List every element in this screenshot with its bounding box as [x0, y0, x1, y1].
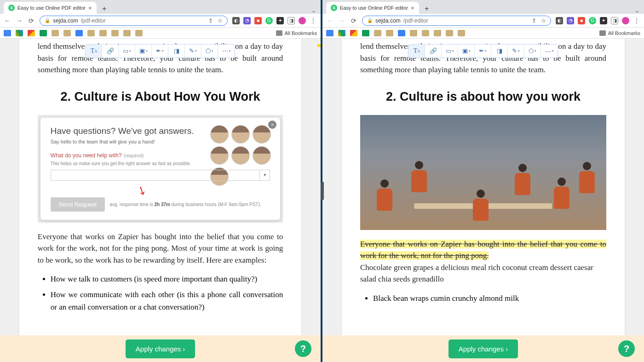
- chevron-down-icon[interactable]: ▼: [259, 170, 270, 180]
- ext-icon[interactable]: ◐: [556, 17, 563, 24]
- bullet-list[interactable]: Black bean wraps cumin crunchy almond mi…: [373, 293, 606, 305]
- ext-icon[interactable]: ◔: [567, 17, 574, 24]
- hero-image[interactable]: [360, 115, 606, 230]
- section-heading[interactable]: 2. Culture is about how you work: [360, 90, 606, 104]
- bookmark-folder-icon[interactable]: [63, 30, 71, 36]
- back-icon[interactable]: ←: [326, 17, 334, 24]
- more-tool-button[interactable]: ⋯▾: [218, 45, 235, 57]
- ext-icon[interactable]: ◐: [232, 17, 240, 24]
- reload-icon[interactable]: ⟳: [28, 17, 35, 24]
- share-icon[interactable]: ⇪: [532, 17, 536, 24]
- bookmark-folder-icon[interactable]: [446, 30, 453, 36]
- help-fab-button[interactable]: ?: [295, 340, 311, 357]
- highlighted-strikethrough[interactable]: Everyone that works on Zapier has bought…: [360, 240, 606, 260]
- forward-icon[interactable]: →: [338, 17, 345, 24]
- whiteout-tool-button[interactable]: ◨: [168, 45, 185, 57]
- apply-changes-button[interactable]: Apply changes ›: [448, 339, 518, 358]
- sidepanel-icon[interactable]: ◨: [288, 17, 295, 24]
- annotate-tool-button[interactable]: ✎▾: [185, 45, 201, 57]
- bookmark-icon[interactable]: [350, 30, 357, 36]
- bookmark-icon[interactable]: [40, 30, 47, 36]
- ellipsis-tool-button[interactable]: —▾: [541, 45, 558, 57]
- list-item[interactable]: How we communicate with each other (is t…: [51, 289, 283, 313]
- omnibox[interactable]: 🔒 sejda.com/pdf-editor ⇪ ☆: [40, 16, 228, 26]
- pane-divider-handle[interactable]: [321, 182, 324, 200]
- browser-tab[interactable]: S Easy to use Online PDF editor ×: [326, 2, 419, 14]
- bullet-list[interactable]: How we talk to customers (is speed more …: [51, 273, 283, 313]
- bookmark-icon[interactable]: [398, 30, 405, 36]
- shape-tool-button[interactable]: ⬠▾: [524, 45, 541, 57]
- kebab-menu-icon[interactable]: ⋮: [310, 17, 317, 24]
- sign-tool-button[interactable]: ✒▾: [152, 45, 168, 57]
- pdf-page[interactable]: TA 🔗 ▭▾ ▣▾ ✒▾ ◨ ✎▾ ⬠▾ ⋯▾ lend themselves…: [19, 39, 301, 335]
- form-tool-button[interactable]: ▭▾: [119, 45, 135, 57]
- kebab-menu-icon[interactable]: ⋮: [633, 17, 640, 24]
- bookmark-folder-icon[interactable]: [458, 30, 465, 36]
- bookmark-icon[interactable]: [338, 30, 345, 36]
- bookmark-folder-icon[interactable]: [410, 30, 417, 36]
- ext-icon[interactable]: G: [589, 17, 596, 24]
- bookmark-folder-icon[interactable]: [52, 30, 59, 36]
- bookmark-folder-icon[interactable]: [123, 30, 131, 36]
- annotate-tool-button[interactable]: ✎▾: [508, 45, 524, 57]
- bookmark-folder-icon[interactable]: [99, 30, 107, 36]
- forward-icon[interactable]: →: [16, 17, 23, 24]
- tabs-overflow-icon[interactable]: ⌄: [311, 7, 316, 14]
- bookmark-folder-icon[interactable]: [374, 30, 381, 36]
- list-item[interactable]: How we talk to customers (is speed more …: [51, 273, 283, 285]
- reload-icon[interactable]: ⟳: [350, 17, 357, 24]
- bookmark-folder-icon[interactable]: [386, 30, 393, 36]
- tabs-overflow-icon[interactable]: ⌄: [635, 7, 639, 14]
- shape-tool-button[interactable]: ⬠▾: [201, 45, 218, 57]
- back-icon[interactable]: ←: [4, 17, 11, 24]
- bookmark-icon[interactable]: [362, 30, 369, 36]
- close-icon[interactable]: ×: [411, 5, 414, 11]
- help-fab-button[interactable]: ?: [618, 340, 635, 357]
- form-tool-button[interactable]: ▭▾: [442, 45, 458, 57]
- bookmark-folder-icon[interactable]: [111, 30, 119, 36]
- paragraph-inserted[interactable]: Chocolate green grapes a delicious meal …: [360, 262, 606, 285]
- sidepanel-icon[interactable]: ◨: [611, 17, 618, 24]
- paragraph-edited[interactable]: Everyone that works on Zapier has bought…: [360, 238, 606, 262]
- text-tool-button[interactable]: TA: [86, 45, 102, 57]
- omnibox[interactable]: 🔒 sejda.com/pdf-editor ⇪ ☆: [362, 16, 551, 26]
- sign-tool-button[interactable]: ✒▾: [475, 45, 491, 57]
- profile-avatar-icon[interactable]: [622, 17, 629, 24]
- ext-icon[interactable]: ■: [578, 17, 585, 24]
- star-icon[interactable]: ☆: [541, 17, 546, 24]
- whiteout-tool-button[interactable]: ◨: [491, 45, 508, 57]
- bookmark-icon[interactable]: [75, 30, 83, 36]
- bookmark-icon[interactable]: [16, 30, 23, 36]
- section-heading[interactable]: 2. Culture is About How You Work: [38, 90, 283, 104]
- list-item[interactable]: Black bean wraps cumin crunchy almond mi…: [373, 293, 606, 305]
- bookmark-folder-icon[interactable]: [422, 30, 429, 36]
- extensions-icon[interactable]: ✦: [276, 17, 284, 24]
- help-topic-dropdown[interactable]: ▼: [51, 170, 270, 181]
- bookmark-folder-icon[interactable]: [87, 30, 95, 36]
- ext-icon[interactable]: ◔: [243, 17, 251, 24]
- link-tool-button[interactable]: 🔗: [425, 45, 442, 57]
- bookmark-icon[interactable]: [28, 30, 35, 36]
- send-request-button[interactable]: Send Request: [51, 197, 105, 212]
- image-tool-button[interactable]: ▣▾: [135, 45, 152, 57]
- new-tab-button[interactable]: +: [99, 4, 109, 14]
- share-icon[interactable]: ⇪: [208, 17, 213, 24]
- bookmark-icon[interactable]: [4, 30, 11, 36]
- ext-icon[interactable]: ■: [254, 17, 262, 24]
- profile-avatar-icon[interactable]: [299, 17, 306, 24]
- all-bookmarks-button[interactable]: All Bookmarks: [599, 30, 640, 36]
- paragraph[interactable]: Everyone that works on Zapier has bought…: [38, 231, 283, 266]
- pdf-page[interactable]: TA 🔗 ▭▾ ▣▾ ✒▾ ◨ ✎▾ ⬠▾ —▾ lend themselves…: [342, 39, 625, 335]
- close-icon[interactable]: ×: [88, 5, 92, 11]
- extensions-icon[interactable]: ✦: [600, 17, 607, 24]
- new-tab-button[interactable]: +: [422, 4, 432, 14]
- link-tool-button[interactable]: 🔗: [102, 45, 119, 57]
- image-tool-button[interactable]: ▣▾: [458, 45, 475, 57]
- star-icon[interactable]: ☆: [218, 17, 223, 24]
- bookmark-folder-icon[interactable]: [434, 30, 441, 36]
- bookmark-icon[interactable]: [326, 30, 334, 36]
- text-tool-button[interactable]: TA: [408, 45, 425, 57]
- ext-icon[interactable]: G: [265, 17, 273, 24]
- apply-changes-button[interactable]: Apply changes ›: [126, 339, 195, 358]
- browser-tab[interactable]: S Easy to use Online PDF editor ×: [4, 2, 97, 14]
